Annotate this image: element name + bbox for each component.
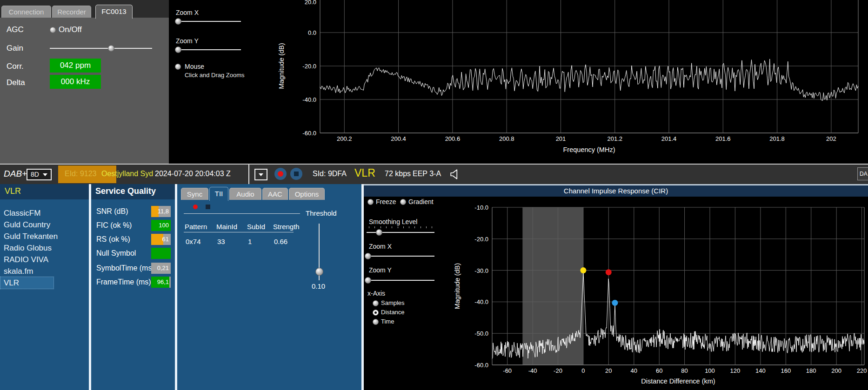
- agc-radio[interactable]: [50, 27, 56, 33]
- corr-value: 042 ppm: [50, 59, 101, 73]
- tii-cell: 0.66: [274, 238, 311, 245]
- sq-value: 96,1: [157, 277, 169, 288]
- spectrum-zoom-x-label: Zoom X: [176, 9, 199, 16]
- corr-label: Corr.: [7, 62, 24, 71]
- tii-column-header: Pattern: [185, 223, 216, 231]
- ensemble-id: EId: 9123: [65, 170, 97, 178]
- cir-chart[interactable]: -60-40-20020406080100120140160180200220-…: [364, 198, 868, 390]
- svg-text:-60.0: -60.0: [302, 130, 316, 137]
- svg-text:40: 40: [631, 367, 637, 374]
- main-peak-marker: [580, 267, 586, 273]
- svg-text:-20.0: -20.0: [302, 63, 316, 70]
- svg-text:-20: -20: [554, 367, 562, 374]
- threshold-label: Threshold: [306, 209, 337, 217]
- svg-text:200.8: 200.8: [499, 135, 514, 142]
- tii-tab-tii[interactable]: TII: [209, 187, 228, 201]
- corner-button[interactable]: DA: [857, 167, 868, 180]
- svg-text:201.8: 201.8: [769, 135, 785, 142]
- cir-panel: Channel Impulse Response (CIR) Freeze Gr…: [364, 184, 868, 390]
- mouse-zoom-radio[interactable]: [175, 64, 181, 70]
- svg-text:0.0: 0.0: [308, 29, 316, 36]
- third-peak-marker: [612, 300, 618, 306]
- svg-text:202: 202: [826, 135, 836, 142]
- stop-button[interactable]: [290, 168, 302, 180]
- tii-tab-aac[interactable]: AAC: [262, 188, 288, 200]
- gain-label: Gain: [7, 44, 23, 53]
- service-item[interactable]: skala.fm: [4, 265, 33, 277]
- cir-title: Channel Impulse Response (CIR): [364, 185, 868, 197]
- sq-label: FIC (ok %): [96, 221, 132, 230]
- threshold-value: 0.10: [312, 282, 325, 290]
- spectrum-chart[interactable]: 200.2200.4200.6200.8201201.2201.4201.620…: [263, 0, 868, 160]
- svg-text:-40: -40: [528, 367, 537, 374]
- spectrum-zoom-x-handle[interactable]: [175, 18, 181, 25]
- svg-text:201.2: 201.2: [607, 135, 622, 142]
- service-item[interactable]: Radio Globus: [4, 242, 52, 254]
- tii-table-header: PatternMainIdSubIdStrength: [185, 223, 310, 231]
- svg-text:200.6: 200.6: [445, 135, 461, 142]
- tii-tab-audio[interactable]: Audio: [229, 188, 261, 200]
- service-item[interactable]: ClassicFM: [4, 207, 40, 219]
- tii-cell: 33: [217, 238, 248, 245]
- channel-select[interactable]: 8D: [27, 169, 52, 180]
- service-item[interactable]: VLR: [0, 277, 53, 289]
- record-indicator-icon: [193, 205, 198, 209]
- sq-bar-fill: [151, 248, 171, 259]
- svg-text:200: 200: [831, 367, 841, 374]
- agc-label: AGC: [7, 25, 24, 34]
- tuner-tab-connection[interactable]: Connection: [1, 6, 51, 18]
- statusbar-separator: [248, 165, 249, 184]
- record-icon: [278, 171, 283, 177]
- tuner-panel: ConnectionRecorderFC0013 AGC On/Off Gain…: [0, 0, 169, 164]
- gain-slider-handle[interactable]: [108, 45, 114, 52]
- tuner-tab-fc0013[interactable]: FC0013: [95, 5, 133, 19]
- svg-text:Magnitude (dB): Magnitude (dB): [454, 263, 461, 309]
- spectrum-zoom-y-track[interactable]: [176, 49, 241, 50]
- sq-value: 11,8: [158, 206, 169, 217]
- service-item[interactable]: Guld Trekanten: [4, 231, 58, 242]
- stop-indicator-icon: [206, 205, 210, 209]
- svg-text:201.4: 201.4: [661, 135, 677, 142]
- service-id: SId: 9DFA: [313, 170, 347, 178]
- svg-text:Frequency (MHz): Frequency (MHz): [563, 146, 615, 153]
- svg-text:60: 60: [656, 367, 662, 374]
- tii-tab-sync[interactable]: Sync: [181, 188, 208, 200]
- svg-text:0: 0: [581, 367, 585, 374]
- service-item[interactable]: Guld Country: [4, 219, 50, 231]
- spectrum-zoom-x-track[interactable]: [176, 21, 241, 22]
- sq-value: 100: [159, 220, 169, 231]
- svg-text:200.4: 200.4: [391, 135, 406, 142]
- svg-text:140: 140: [755, 367, 766, 374]
- sq-value: 0,21: [157, 263, 169, 274]
- sq-bar: 0,21: [151, 263, 171, 274]
- threshold-slider-handle[interactable]: [315, 268, 323, 276]
- spectrum-zoom-y-handle[interactable]: [175, 46, 181, 53]
- mouse-zoom-label: Mouse: [185, 63, 204, 70]
- svg-text:Distance Difference (km): Distance Difference (km): [641, 377, 715, 385]
- tii-cell: 0x74: [186, 238, 217, 245]
- tii-separator: [184, 213, 300, 214]
- tuner-tab-recorder[interactable]: Recorder: [52, 6, 91, 18]
- mouse-zoom-sublabel: Click and Drag Zooms: [185, 72, 245, 79]
- speaker-icon[interactable]: [449, 168, 461, 180]
- svg-text:160: 160: [781, 367, 791, 374]
- service-quality-title: Service Quality: [95, 186, 156, 196]
- svg-text:20.0: 20.0: [305, 0, 316, 6]
- tii-tab-options[interactable]: Options: [289, 188, 325, 200]
- gain-slider-track[interactable]: [50, 48, 152, 49]
- svg-text:-50.0: -50.0: [474, 330, 488, 337]
- svg-text:-30.0: -30.0: [474, 267, 488, 274]
- svg-text:100: 100: [705, 367, 715, 374]
- record-button[interactable]: [274, 168, 287, 180]
- tuner-tab-strip: ConnectionRecorderFC0013: [0, 0, 169, 18]
- services-header: VLR: [0, 184, 89, 199]
- svg-text:20: 20: [605, 367, 612, 374]
- service-item[interactable]: RADIO VIVA: [4, 254, 48, 265]
- mode-label: DAB+: [4, 169, 27, 179]
- sq-label: FrameTime (ms): [96, 278, 151, 286]
- tii-cell: 1: [248, 238, 274, 245]
- datetime-label: 2024-07-20 20:04:03 Z: [155, 170, 231, 178]
- bitrate-label: 72 kbps: [385, 170, 411, 178]
- record-options-dropdown[interactable]: [254, 169, 267, 180]
- record-options-caret-icon: [259, 173, 263, 176]
